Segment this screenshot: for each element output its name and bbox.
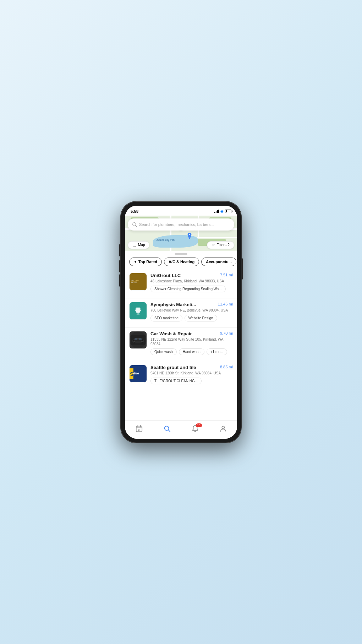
listing-carwash[interactable]: Car Wash & Repair 9.70 mi 11335 NE 122nd… <box>125 327 237 361</box>
phone-frame: 5:58 ◉ <box>121 201 241 443</box>
seattle-info: Seattle grout and tile 8.85 mi 9401 NE 1… <box>150 365 233 384</box>
carwash-name: Car Wash & Repair <box>150 331 192 336</box>
unigrout-logo-svg: Uni Grout Make it Grout <box>130 274 146 289</box>
map-filter-bar: Map Filter - 2 <box>128 241 234 249</box>
main-content[interactable]: ▼ Top Rated A/C & Heating Accupunctu... … <box>125 251 237 420</box>
chip-top-rated-label: Top Rated <box>138 260 157 264</box>
map-park-label: Juanita Bay Park <box>156 239 175 241</box>
calendar-icon: 23 <box>135 425 143 434</box>
unigrout-info: UniGrout LLC 7.51 mi 46 Lakeshore Plaza,… <box>150 273 233 292</box>
unigrout-logo: Uni Grout Make it Grout <box>129 273 147 291</box>
chip-accupunctu[interactable]: Accupunctu... <box>201 258 236 266</box>
carwash-distance: 9.70 mi <box>220 331 233 335</box>
nav-search[interactable] <box>163 425 171 434</box>
status-time: 5:58 <box>131 209 138 213</box>
svg-rect-16 <box>141 341 143 343</box>
symphysis-info: Symphysis Marketi... 11.46 mi 700 Bellev… <box>150 302 233 321</box>
listing-seattle[interactable]: eattle S Seattle grout and tile 8.85 mi … <box>125 361 237 390</box>
filter-icon <box>212 243 215 247</box>
search-nav-icon <box>163 425 171 434</box>
car-circle <box>130 331 147 348</box>
wifi-icon: ◉ <box>220 209 224 213</box>
map-button[interactable]: Map <box>128 241 149 249</box>
signal-bars-icon <box>214 210 219 213</box>
chip-ac-heating-label: A/C & Heating <box>169 260 194 264</box>
nav-calendar[interactable]: 23 <box>135 425 143 434</box>
more-tag: +1 mo... <box>207 348 227 355</box>
battery-icon <box>225 210 231 213</box>
filter-button-label: Filter - 2 <box>216 243 230 247</box>
symphysis-tags: SEO marketing Website Design <box>150 315 233 321</box>
seattle-address: 9401 NE 120th St, Kirkland, WA 98034, US… <box>150 371 233 375</box>
search-icon <box>132 222 137 227</box>
unigrout-tag: Shower Cleaning Regrouting Sealing Wa... <box>150 286 226 292</box>
quickwash-tag: Quick wash <box>150 348 177 355</box>
carwash-address: 11335 NE 122nd Way Suite 105, Kirkland, … <box>150 337 233 346</box>
symphysis-address: 700 Bellevue Way NE, Bellevue, WA 98004,… <box>150 308 233 313</box>
svg-rect-12 <box>137 314 139 314</box>
svg-rect-15 <box>133 341 135 343</box>
profile-icon <box>219 425 227 434</box>
listing-unigrout[interactable]: Uni Grout Make it Grout UniGrout LLC 7.5… <box>125 269 237 298</box>
chip-ac-heating[interactable]: A/C & Heating <box>164 258 199 266</box>
tree-icon <box>133 306 143 316</box>
svg-text:Make it Grout: Make it Grout <box>131 282 137 283</box>
nav-notifications[interactable]: 15 <box>191 425 199 434</box>
tile-tag: TILE/GROUT CLEANING... <box>150 378 202 384</box>
seattle-tags: TILE/GROUT CLEANING... <box>150 378 233 384</box>
map-button-label: Map <box>138 243 145 247</box>
chip-accupunctu-label: Accupunctu... <box>206 260 232 264</box>
svg-text:Uni: Uni <box>131 279 133 281</box>
map-pin-icon <box>187 233 192 240</box>
symphysis-logo <box>129 302 147 320</box>
notification-badge: 15 <box>196 423 202 427</box>
unigrout-distance: 7.51 mi <box>220 273 233 277</box>
symphysis-distance: 11.46 mi <box>218 302 233 306</box>
filter-button[interactable]: Filter - 2 <box>207 241 234 249</box>
status-bar: 5:58 ◉ <box>125 206 237 216</box>
chip-top-rated[interactable]: ▼ Top Rated <box>129 258 162 266</box>
chevron-down-icon: ▼ <box>134 260 137 264</box>
nav-profile[interactable] <box>219 425 227 434</box>
svg-point-0 <box>189 234 190 235</box>
hex-shape <box>131 303 145 319</box>
map-area[interactable]: Juanita Heights Park Juanita Bay Park <box>125 216 237 251</box>
map-icon <box>132 243 137 247</box>
seattle-distance: 8.85 mi <box>220 365 233 369</box>
carwash-logo <box>129 331 147 349</box>
svg-line-2 <box>136 225 137 227</box>
seattle-logo: eattle S <box>129 365 147 383</box>
svg-text:Grout: Grout <box>135 279 139 281</box>
svg-line-29 <box>168 430 170 432</box>
symphysis-name: Symphysis Marketi... <box>150 302 196 307</box>
svg-point-30 <box>222 426 224 428</box>
svg-rect-9 <box>131 281 137 282</box>
seo-tag: SEO marketing <box>150 315 182 321</box>
svg-rect-18 <box>139 338 142 340</box>
carwash-tags: Quick wash Hand wash +1 mo... <box>150 348 233 355</box>
svg-text:S: S <box>130 371 133 377</box>
svg-text:23: 23 <box>138 429 140 431</box>
search-placeholder: Search for plumbers, mechanics, barbers.… <box>139 222 214 227</box>
unigrout-address: 46 Lakeshore Plaza, Kirkland, WA 98033, … <box>150 279 233 283</box>
car-icon <box>131 335 146 345</box>
carwash-info: Car Wash & Repair 9.70 mi 11335 NE 122nd… <box>150 331 233 355</box>
filter-chips: ▼ Top Rated A/C & Heating Accupunctu... <box>125 255 237 269</box>
phone-screen: 5:58 ◉ <box>125 206 237 439</box>
search-bar[interactable]: Search for plumbers, mechanics, barbers.… <box>128 218 234 231</box>
seattle-name: Seattle grout and tile <box>150 365 196 370</box>
unigrout-tags: Shower Cleaning Regrouting Sealing Wa... <box>150 286 233 292</box>
handwash-tag: Hand wash <box>179 348 204 355</box>
webdesign-tag: Website Design <box>185 315 217 321</box>
svg-rect-17 <box>135 338 137 340</box>
bottom-nav: 23 15 <box>125 420 237 439</box>
seattle-logo-svg: eattle S <box>130 365 147 383</box>
unigrout-name: UniGrout LLC <box>150 273 181 278</box>
listing-symphysis[interactable]: Symphysis Marketi... 11.46 mi 700 Bellev… <box>125 298 237 327</box>
status-icons: ◉ <box>214 209 231 213</box>
